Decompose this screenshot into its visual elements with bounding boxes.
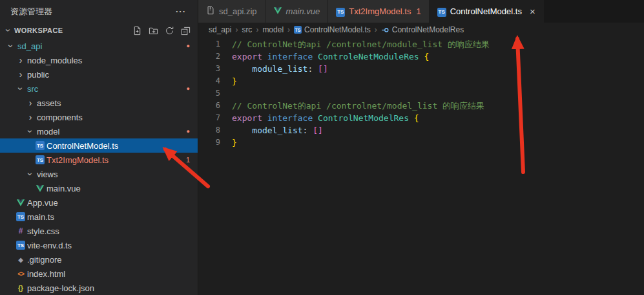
code-area: 1// ControlNet的api /controlnet/module_li… (198, 37, 644, 295)
close-tab-icon[interactable]: × (530, 6, 535, 16)
code-line-8[interactable]: 8 model_list: [] (198, 124, 644, 137)
typescript-icon: TS (16, 212, 25, 221)
breadcrumb: sd_api›src›model›TSControlNetModel.ts›Co… (198, 23, 644, 37)
tab-main-vue[interactable]: main.vue (265, 0, 329, 23)
chevron-down-icon: › (6, 45, 16, 48)
tree-item-label: public (26, 70, 49, 80)
tab-label: Txt2ImgModel.ts (349, 6, 411, 16)
tree-item-label: index.html (26, 269, 65, 279)
breadcrumb-item-sd-api[interactable]: sd_api (209, 25, 231, 34)
tab-label: ControlNetModel.ts (450, 6, 522, 16)
typescript-icon: TS (336, 8, 345, 17)
breadcrumb-item-src[interactable]: src (242, 25, 252, 34)
tab-txt2imgmodel-ts[interactable]: TSTxt2ImgModel.ts1 (328, 0, 429, 23)
line-number: 7 (198, 112, 232, 124)
modified-dot-indicator: ● (187, 128, 190, 135)
chevron-right-icon: › (19, 56, 23, 65)
tree-file-controlnetmodel-ts[interactable]: TSControlNetModel.ts (0, 138, 198, 153)
tab-controlnetmodel-ts[interactable]: TSControlNetModel.ts× (430, 0, 544, 23)
code-line-7[interactable]: 7export interface ControlNetModelRes { (198, 112, 644, 124)
new-folder-icon[interactable] (147, 25, 159, 36)
breadcrumb-item-model[interactable]: model (262, 25, 284, 34)
tree-item-label: model (36, 127, 59, 137)
tab-label: sd_api.zip (219, 6, 257, 16)
vscode-window: 资源管理器 ··· › WORKSPACE ›sd_api●›node_modu… (0, 0, 644, 295)
more-actions-icon[interactable]: ··· (176, 6, 186, 16)
code-line-3[interactable]: 3 module_list: [] (198, 63, 644, 75)
tree-file-package-lock-json[interactable]: {}package-lock.json (0, 281, 198, 295)
json-icon: {} (18, 285, 23, 292)
code-line-6[interactable]: 6// ControlNet的api /controlnet/model_lis… (198, 100, 644, 112)
tree-folder-sd-api[interactable]: ›sd_api● (0, 39, 198, 53)
tree-folder-views[interactable]: ›views (0, 167, 198, 181)
code-line-9[interactable]: 9} (198, 137, 644, 149)
tree-item-label: components (36, 113, 83, 122)
chevron-right-icon: › (19, 70, 23, 79)
line-number: 2 (198, 50, 232, 63)
chevron-down-icon: › (4, 28, 13, 32)
tree-item-label: node_modules (26, 56, 82, 65)
tree-file-index-html[interactable]: <>index.html (0, 267, 198, 281)
html-icon: <> (17, 270, 24, 278)
chevron-right-icon: › (29, 113, 32, 122)
vue-icon (36, 184, 45, 193)
code-line-5[interactable]: 5 (198, 87, 644, 100)
css-icon: # (19, 226, 23, 235)
chevron-down-icon: › (26, 173, 35, 176)
tree-file-app-vue[interactable]: App.vue (0, 195, 198, 210)
tree-folder-model[interactable]: ›model● (0, 124, 198, 138)
line-number: 6 (198, 100, 232, 112)
tree-item-label: .gitignore (26, 255, 61, 265)
typescript-icon: TS (294, 26, 302, 34)
workspace-section-header[interactable]: › WORKSPACE (0, 23, 198, 38)
typescript-icon: TS (36, 141, 45, 150)
collapse-all-icon[interactable] (180, 25, 191, 36)
code-line-4[interactable]: 4} (198, 75, 644, 87)
vue-icon (273, 6, 282, 15)
tree-item-label: assets (36, 98, 61, 108)
breadcrumb-item-controlnetmodelres[interactable]: ControlNetModelRes (381, 25, 464, 34)
modified-dot-indicator: ● (187, 85, 190, 92)
code-line-2[interactable]: 2export interface ControleNetModuleRes { (198, 50, 644, 63)
modified-dot-indicator: ● (187, 43, 190, 49)
file-tree: ›sd_api●›node_modules›public›src●›assets… (0, 38, 198, 295)
tab-problems-badge: 1 (416, 6, 421, 16)
chevron-right-icon: › (29, 98, 32, 107)
typescript-icon: TS (36, 155, 45, 164)
problems-count-badge: 1 (186, 156, 190, 164)
tree-file-style-css[interactable]: #style.css (0, 224, 198, 238)
tree-folder-assets[interactable]: ›assets (0, 96, 198, 110)
breadcrumb-separator: › (375, 25, 377, 34)
breadcrumb-separator: › (256, 25, 258, 34)
workspace-section-label: WORKSPACE (14, 27, 63, 34)
line-number: 8 (198, 124, 232, 137)
tree-item-label: App.vue (26, 198, 58, 208)
tree-file-main-ts[interactable]: TSmain.ts (0, 210, 198, 224)
tree-folder-src[interactable]: ›src● (0, 82, 198, 96)
breadcrumb-item-controlnetmodel-ts[interactable]: TSControlNetModel.ts (294, 25, 371, 34)
tab-sd-api-zip[interactable]: sd_api.zip (198, 0, 265, 23)
tree-folder-components[interactable]: ›components (0, 110, 198, 124)
vue-icon (16, 198, 25, 207)
code-line-1[interactable]: 1// ControlNet的api /controlnet/module_li… (198, 38, 644, 50)
tree-folder-node-modules[interactable]: ›node_modules (0, 53, 198, 67)
chevron-down-icon: › (16, 87, 25, 91)
tree-file-vite-env-d-ts[interactable]: TSvite-env.d.ts (0, 238, 198, 252)
line-number: 4 (198, 75, 232, 87)
new-file-icon[interactable] (131, 25, 143, 36)
refresh-icon[interactable] (163, 25, 175, 36)
tree-folder-public[interactable]: ›public (0, 67, 198, 82)
tree-item-label: ControlNetModel.ts (46, 141, 118, 151)
tree-file-gitignore[interactable]: ◆.gitignore (0, 252, 198, 267)
tab-label: main.vue (286, 6, 320, 16)
tab-bar: sd_api.zipmain.vueTSTxt2ImgModel.ts1TSCo… (198, 0, 644, 23)
typescript-icon: TS (16, 241, 25, 250)
workspace-actions (131, 25, 191, 36)
tree-file-txt2imgmodel-ts[interactable]: TSTxt2ImgModel.ts1 (0, 153, 198, 167)
sidebar-header: 资源管理器 ··· (0, 0, 198, 23)
chevron-down-icon: › (26, 130, 35, 133)
explorer-sidebar: 资源管理器 ··· › WORKSPACE ›sd_api●›node_modu… (0, 0, 198, 295)
interface-symbol-icon (381, 26, 390, 34)
zip-icon (206, 6, 215, 15)
tree-file-main-vue[interactable]: main.vue (0, 181, 198, 195)
